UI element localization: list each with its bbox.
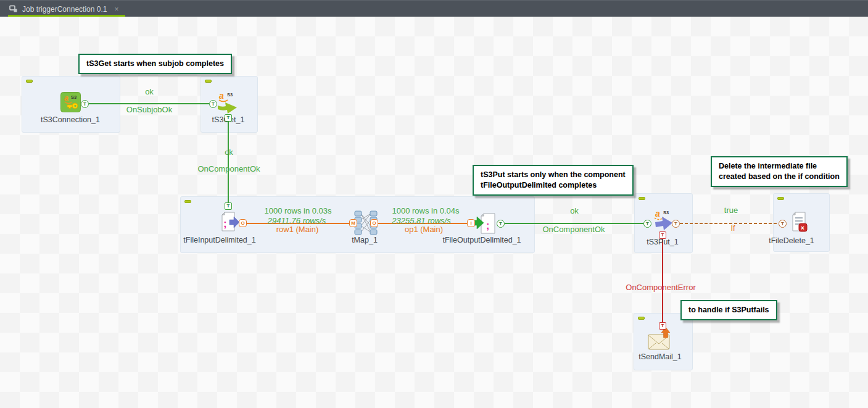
comment-text: tS3Get starts when subjob completes — [86, 59, 224, 69]
trigger-connector-t[interactable]: T — [225, 202, 232, 210]
comment-text: tFileOutputDelimited completes — [481, 180, 626, 191]
tab-close-icon[interactable]: × — [114, 5, 118, 14]
comment-filedelete[interactable]: Delete the intermediate file created bas… — [711, 156, 848, 187]
oncomponentok-v-status-label: ok — [225, 148, 233, 157]
semicolon-glyph: ; — [486, 220, 489, 231]
trigger-connector-t[interactable]: T — [779, 220, 787, 228]
collapse-subjob-button[interactable] — [639, 197, 645, 200]
oncomponentok-h-status-label: ok — [570, 206, 579, 215]
tfiledelete-icon[interactable]: × — [788, 210, 809, 235]
if-status-label: true — [724, 206, 738, 215]
comment-sendmail[interactable]: to handle if S3Putfails — [680, 300, 777, 320]
job-design-canvas[interactable]: ok OnSubjobOk ok OnComponentOk 1000 rows… — [0, 17, 868, 408]
tab-title: Job triggerConnection 0.1 — [22, 5, 107, 14]
row1-rate-label: 29411.76 rows/s — [268, 216, 326, 225]
trigger-connector-t[interactable]: T — [643, 220, 651, 228]
ts3get-icon[interactable]: a S3 — [213, 90, 241, 117]
onsubjobok-status-label: ok — [145, 87, 154, 96]
onsubjobok-label[interactable]: OnSubjobOk — [126, 105, 172, 114]
trigger-connector-t[interactable]: T — [672, 220, 680, 228]
violet-arrow-icon — [655, 217, 672, 230]
comment-text: to handle if S3Putfails — [688, 305, 769, 315]
ts3connection-icon[interactable]: a S3 — [60, 92, 81, 112]
s3-glyph: S3 — [227, 92, 233, 98]
job-icon — [9, 5, 18, 13]
delete-x-glyph: × — [801, 225, 804, 231]
main-connector-m[interactable]: M — [349, 219, 357, 227]
trigger-connector-t[interactable]: T — [209, 100, 217, 108]
connection-oncomponenterror-line[interactable] — [662, 239, 663, 322]
oncomponentok-h-label[interactable]: OnComponentOk — [542, 225, 605, 234]
component-label: tSendMail_1 — [639, 352, 682, 361]
if-label[interactable]: If — [730, 223, 735, 233]
tfileinputdelimited-icon[interactable]: ; — [217, 210, 240, 234]
green-arrow-icon — [218, 102, 237, 114]
op1-name-label[interactable]: op1 (Main) — [405, 225, 443, 234]
component-label: tFileOutputDelimited_1 — [442, 236, 521, 244]
component-label: tS3Connection_1 — [41, 115, 100, 124]
tsendmail-icon[interactable] — [647, 326, 676, 353]
collapse-subjob-button[interactable] — [205, 80, 212, 83]
collapse-subjob-button[interactable] — [777, 197, 784, 200]
oncomponentok-v-label[interactable]: OnComponentOk — [197, 164, 260, 173]
op1-stats-label: 1000 rows in 0.04s — [392, 206, 459, 215]
collapse-subjob-button[interactable] — [638, 317, 645, 320]
connection-onsubjobok-line[interactable] — [89, 103, 209, 104]
trigger-connector-t[interactable]: T — [659, 231, 666, 239]
comment-s3put[interactable]: tS3Put starts only when the component tF… — [473, 165, 634, 196]
row1-name-label[interactable]: row1 (Main) — [276, 225, 319, 234]
amazon-a-glyph: a — [655, 209, 660, 219]
trigger-connector-t[interactable]: T — [497, 220, 505, 228]
connection-oncomponentok-horizontal-line[interactable] — [505, 223, 643, 224]
connection-oncomponentok-vertical-line[interactable] — [228, 122, 229, 202]
amazon-a-glyph: a — [64, 93, 68, 102]
component-label: tMap_1 — [352, 236, 378, 244]
comment-text: created based on the if condition — [719, 172, 840, 182]
oncomponenterror-label[interactable]: OnComponentError — [626, 283, 695, 292]
input-connector-i[interactable]: I — [467, 219, 475, 227]
s3-glyph: S3 — [663, 210, 669, 215]
collapse-subjob-button[interactable] — [26, 80, 33, 83]
collapse-subjob-button[interactable] — [184, 200, 191, 203]
component-label: tFileDelete_1 — [769, 236, 814, 245]
comment-text: tS3Put starts only when the component — [481, 170, 626, 180]
connection-if-line[interactable] — [680, 223, 779, 224]
trigger-connector-t[interactable]: T — [81, 100, 89, 108]
trigger-connector-t[interactable]: T — [225, 114, 232, 122]
comment-text: Delete the intermediate file — [719, 161, 840, 172]
s3-glyph: S3 — [71, 94, 76, 100]
component-label: tFileInputDelimited_1 — [183, 236, 255, 244]
comment-s3get[interactable]: tS3Get starts when subjob completes — [78, 54, 232, 74]
output-connector-o[interactable]: O — [239, 219, 247, 227]
semicolon-glyph: ; — [223, 218, 227, 230]
trigger-connector-t[interactable]: T — [659, 322, 666, 330]
op1-rate-label: 23255.81 rows/s — [392, 216, 450, 225]
row1-stats-label: 1000 rows in 0.03s — [264, 206, 331, 215]
component-label: tS3Put_1 — [647, 238, 678, 246]
output-connector-o[interactable]: O — [370, 219, 378, 227]
editor-tab-bar: Job triggerConnection 0.1 × — [0, 0, 868, 17]
amazon-a-glyph: a — [219, 91, 224, 101]
